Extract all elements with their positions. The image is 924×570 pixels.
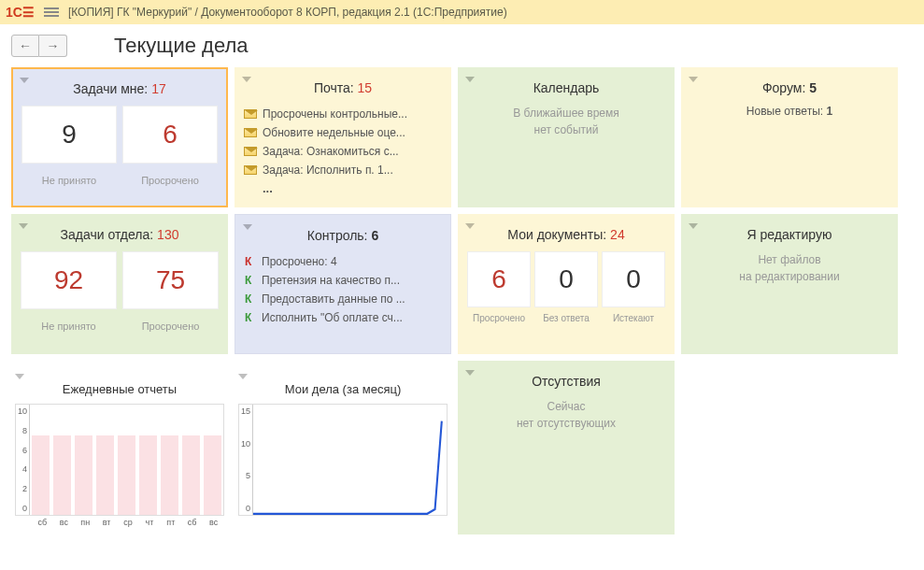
collapse-icon[interactable] [242, 77, 251, 82]
widget-calendar[interactable]: Календарь В ближайшее времянет событий [458, 67, 675, 207]
widget-editing[interactable]: Я редактирую Нет файловна редактировании [681, 214, 898, 354]
widget-title: Форум: [762, 80, 805, 95]
widget-count: 15 [358, 80, 373, 95]
collapse-icon[interactable] [465, 370, 475, 376]
widget-daily-reports[interactable]: Ежедневные отчеты 1086420 сбвспнвтсрчтпт… [11, 361, 228, 534]
widget-mail[interactable]: Почта: 15 Просрочены контрольные... Обно… [235, 67, 451, 207]
widget-title: Задачи мне: [73, 81, 148, 96]
mail-icon [244, 147, 257, 156]
stat-label: Просрочено [122, 315, 219, 332]
widget-my-documents[interactable]: Мои документы: 24 6 0 0 Просрочено Без о… [458, 214, 675, 354]
k-icon: К [245, 311, 256, 324]
collapse-icon[interactable] [465, 77, 475, 82]
widget-title: Мои документы: [507, 227, 606, 242]
toolbar: ← → Текущие дела [0, 24, 924, 67]
collapse-icon[interactable] [238, 374, 248, 379]
stat-label: Просрочено [122, 169, 218, 186]
more-indicator[interactable]: ... [244, 179, 442, 195]
mail-icon [244, 109, 257, 119]
menu-icon[interactable] [44, 7, 59, 17]
widget-title: Я редактирую [747, 227, 832, 242]
dashboard: Задачи мне: 17 9 6 Не принято Просрочено… [0, 67, 924, 534]
widget-tasks-me[interactable]: Задачи мне: 17 9 6 Не принято Просрочено [11, 67, 228, 207]
stat-label: Не принято [21, 169, 117, 186]
empty-cell [681, 361, 898, 534]
stat-label: Просрочено [467, 313, 531, 323]
collapse-icon[interactable] [689, 77, 698, 82]
doc-overdue[interactable]: 6 [467, 251, 531, 307]
control-item[interactable]: КПретензия на качество п... [245, 271, 441, 290]
widget-title: Календарь [533, 80, 600, 95]
widget-count: 130 [157, 227, 178, 242]
mail-icon [244, 165, 257, 175]
doc-noanswer[interactable]: 0 [534, 251, 598, 307]
mail-icon [244, 128, 257, 137]
collapse-icon[interactable] [15, 374, 24, 379]
collapse-icon[interactable] [689, 223, 698, 229]
k-icon: К [245, 255, 256, 268]
app-titlebar: 1C☰ [КОПИЯ] ГК "Меркурий" / Документообо… [0, 0, 924, 24]
stat-label: Не принято [21, 315, 117, 332]
daily-reports-chart: 1086420 [15, 404, 224, 516]
logo-1c: 1C☰ [6, 5, 35, 20]
window-title: [КОПИЯ] ГК "Меркурий" / Документооборот … [68, 6, 507, 19]
mail-item[interactable]: Задача: Ознакомиться с... [244, 142, 442, 161]
stat-not-accepted[interactable]: 92 [21, 251, 117, 309]
mail-item[interactable]: Задача: Исполнить п. 1... [244, 161, 442, 179]
widget-count: 5 [809, 80, 817, 95]
widget-forum[interactable]: Форум: 5 Новые ответы: 1 [681, 67, 898, 207]
chart-title: Ежедневные отчеты [15, 382, 224, 404]
control-item[interactable]: КПредоставить данные по ... [245, 290, 441, 308]
control-item[interactable]: КИсполнить "Об оплате сч... [245, 308, 441, 327]
stat-overdue[interactable]: 6 [122, 106, 218, 164]
stat-label: Истекают [602, 313, 665, 323]
k-icon: К [245, 292, 256, 306]
collapse-icon[interactable] [243, 224, 252, 230]
page-title: Текущие дела [114, 34, 248, 58]
doc-expiring[interactable]: 0 [602, 251, 665, 307]
chart-title: Мои дела (за месяц) [238, 382, 448, 404]
widget-count: 17 [151, 81, 166, 96]
stat-label: Без ответа [534, 313, 598, 323]
stat-overdue[interactable]: 75 [122, 251, 219, 309]
widget-control[interactable]: Контроль: 6 КПросрочено: 4 КПретензия на… [235, 214, 451, 354]
widget-title: Почта: [314, 80, 354, 95]
mail-item[interactable]: Обновите недельные оце... [244, 123, 442, 142]
collapse-icon[interactable] [465, 223, 475, 229]
widget-absence[interactable]: Отсутствия Сейчаснет отсутствующих [458, 361, 675, 534]
nav-back-button[interactable]: ← [11, 35, 39, 57]
collapse-icon[interactable] [19, 223, 28, 229]
k-icon: К [245, 274, 256, 287]
widget-count: 24 [610, 227, 625, 242]
widget-title: Контроль: [307, 228, 368, 243]
widget-count: 6 [371, 228, 378, 243]
nav-forward-button[interactable]: → [39, 35, 67, 57]
control-item[interactable]: КПросрочено: 4 [245, 252, 441, 271]
collapse-icon[interactable] [20, 78, 29, 83]
stat-not-accepted[interactable]: 9 [21, 106, 117, 164]
widget-title: Отсутствия [532, 374, 601, 389]
widget-my-cases[interactable]: Мои дела (за месяц) 151050 [235, 361, 451, 534]
my-cases-chart: 151050 [238, 404, 448, 516]
widget-tasks-dept[interactable]: Задачи отдела: 130 92 75 Не принято Прос… [11, 214, 228, 354]
widget-title: Задачи отдела: [61, 227, 154, 242]
nav-buttons: ← → [11, 35, 67, 57]
mail-item[interactable]: Просрочены контрольные... [244, 105, 442, 123]
